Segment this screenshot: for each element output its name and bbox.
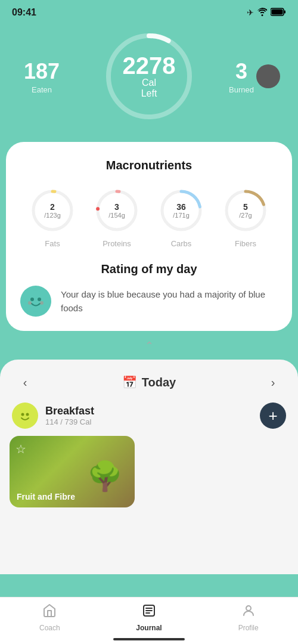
macro-fats: 2 /123g Fats	[29, 187, 76, 248]
meal-info-breakfast: Breakfast 114 / 739 Cal	[45, 405, 94, 426]
svg-point-20	[21, 413, 24, 416]
svg-point-21	[26, 413, 29, 416]
home-indicator	[113, 638, 185, 640]
macro-title: Macronutrients	[20, 159, 278, 172]
macro-carbs: 36 /171g Carbs	[157, 187, 205, 248]
ring-center: 2278 Cal Left	[123, 54, 176, 99]
battery-icon	[271, 8, 286, 18]
macro-ring-fibers: 5 /27g	[222, 187, 269, 234]
svg-point-14	[25, 290, 46, 312]
main-card: Macronutrients 2 /123g Fats	[6, 142, 292, 331]
journal-section: ‹ 📅 Today › Breakfast	[0, 360, 298, 574]
fats-label: Fats	[45, 239, 60, 248]
add-food-button[interactable]: +	[260, 402, 286, 429]
meal-emoji-breakfast	[12, 402, 38, 429]
coach-icon	[42, 603, 57, 621]
food-name-label: Fruit and Fibre	[17, 492, 75, 501]
hero-eaten: 187 Eaten	[24, 59, 60, 94]
profile-label: Profile	[238, 624, 259, 632]
svg-point-16	[38, 298, 41, 301]
carbs-text: 36 /171g	[173, 202, 190, 219]
status-bar: 09:41 ✈	[0, 0, 298, 23]
proteins-label: Proteins	[103, 239, 131, 248]
food-image: 🌳	[87, 460, 123, 493]
cal-number: 2278	[123, 54, 176, 78]
calorie-ring: 2278 Cal Left	[101, 29, 197, 124]
macro-ring-carbs: 36 /171g	[157, 187, 205, 234]
fibers-text: 5 /27g	[239, 202, 252, 219]
svg-rect-2	[272, 9, 283, 14]
coach-label: Coach	[39, 624, 60, 632]
calendar-icon: 📅	[122, 375, 137, 389]
meal-header-left: Breakfast 114 / 739 Cal	[12, 402, 94, 429]
burned-label: Burned	[229, 85, 254, 94]
food-card-fruit-fibre[interactable]: 🌳 ☆ Fruit and Fibre	[10, 436, 135, 507]
burned-icon-circle	[256, 64, 280, 88]
eaten-label: Eaten	[24, 85, 60, 94]
macro-row: 2 /123g Fats 3 /154g Proteins	[20, 187, 278, 248]
breakfast-section: Breakfast 114 / 739 Cal + 🌳 ☆ Fruit and …	[0, 402, 298, 507]
cal-unit: Cal	[123, 78, 176, 88]
hero-burned: 3 Burned	[229, 59, 280, 94]
date-text: Today	[142, 376, 176, 389]
svg-point-18	[40, 301, 44, 305]
hero-section: 187 Eaten 2278 Cal Left 3 Burned	[0, 23, 298, 142]
macro-ring-proteins: 3 /154g	[93, 187, 141, 234]
collapse-handle[interactable]: ⌃	[0, 331, 298, 357]
airplane-icon: ✈	[247, 8, 254, 17]
bottom-nav: Coach Journal Profile	[0, 597, 298, 644]
status-time: 09:41	[12, 7, 36, 18]
cal-sub: Left	[123, 88, 176, 99]
meal-name-breakfast: Breakfast	[45, 405, 94, 417]
food-favorite-icon: ☆	[15, 442, 26, 456]
day-emoji	[20, 286, 51, 317]
fibers-label: Fibers	[235, 239, 256, 248]
svg-point-15	[30, 298, 34, 301]
eaten-value: 187	[24, 59, 60, 84]
proteins-text: 3 /154g	[108, 202, 125, 219]
journal-label: Journal	[136, 624, 162, 632]
status-icons: ✈	[247, 8, 286, 18]
rating-title: Rating of my day	[20, 262, 278, 276]
journal-icon	[142, 603, 156, 621]
rating-row: Your day is blue because you had a major…	[20, 286, 278, 317]
burned-value: 3	[229, 59, 254, 84]
next-day-button[interactable]: ›	[262, 371, 284, 393]
svg-point-19	[16, 407, 34, 425]
date-nav: ‹ 📅 Today ›	[0, 360, 298, 402]
nav-coach[interactable]: Coach	[0, 603, 100, 632]
carbs-label: Carbs	[171, 239, 192, 248]
meal-cal-breakfast: 114 / 739 Cal	[45, 417, 94, 426]
macro-proteins: 3 /154g Proteins	[93, 187, 141, 248]
fats-text: 2 /123g	[44, 202, 61, 219]
prev-day-button[interactable]: ‹	[14, 371, 36, 393]
collapse-chevron: ⌃	[145, 339, 154, 352]
wifi-icon	[257, 8, 267, 18]
svg-point-17	[28, 301, 32, 305]
rating-text: Your day is blue because you had a major…	[61, 286, 278, 315]
nav-journal[interactable]: Journal	[100, 603, 199, 632]
profile-icon	[241, 603, 256, 621]
nav-profile[interactable]: Profile	[198, 603, 298, 632]
macro-fibers: 5 /27g Fibers	[222, 187, 269, 248]
date-label: 📅 Today	[122, 375, 176, 389]
svg-rect-1	[284, 10, 286, 13]
svg-point-23	[246, 606, 251, 611]
macro-ring-fats: 2 /123g	[29, 187, 76, 234]
meal-header-breakfast: Breakfast 114 / 739 Cal +	[10, 402, 288, 429]
